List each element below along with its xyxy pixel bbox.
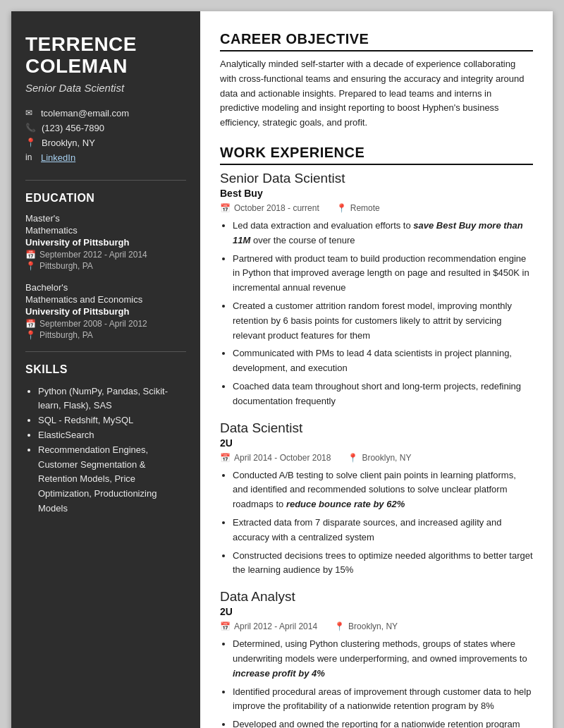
candidate-title: Senior Data Scientist <box>25 82 186 94</box>
job3-meta: 📅 April 2012 - April 2014 📍 Brooklyn, NY <box>220 621 533 631</box>
skill-item: Python (NumPy, Pandas, Scikit-learn, Fla… <box>38 384 186 414</box>
job2-location-item: 📍 Brooklyn, NY <box>348 453 411 463</box>
calendar-icon-5: 📅 <box>220 621 231 631</box>
contact-section: ✉ tcoleman@email.com 📞 (123) 456-7890 📍 … <box>25 108 186 163</box>
calendar-icon-3: 📅 <box>220 203 231 213</box>
job3-bullets: Determined, using Python clustering meth… <box>220 637 533 728</box>
masters-location-text: Pittsburgh, PA <box>39 261 93 271</box>
email-item: ✉ tcoleman@email.com <box>25 108 186 119</box>
bullet-item: Led data extraction and evaluation effor… <box>233 219 533 248</box>
job1-location: Remote <box>350 203 380 213</box>
bullet-item: Communicated with PMs to lead 4 data sci… <box>233 346 533 376</box>
pin-icon-3: 📍 <box>336 203 347 213</box>
job3-title: Data Analyst <box>220 589 533 605</box>
job1-date: October 2018 - current <box>234 203 319 213</box>
skill-item: SQL - Redshift, MySQL <box>38 413 186 428</box>
job1-title: Senior Data Scientist <box>220 171 533 186</box>
job2-date: April 2014 - October 2018 <box>234 453 331 463</box>
career-objective-text: Analytically minded self-starter with a … <box>220 57 533 131</box>
bullet-item: Extracted data from 7 disparate sources,… <box>233 516 533 545</box>
email-value: tcoleman@email.com <box>41 108 129 119</box>
bachelors-date: 📅 September 2008 - April 2012 <box>25 319 186 329</box>
job-data-analyst: Data Analyst 2U 📅 April 2012 - April 201… <box>220 589 533 728</box>
pin-icon-4: 📍 <box>348 453 358 463</box>
career-objective-title: CAREER OBJECTIVE <box>220 31 533 51</box>
calendar-icon-1: 📅 <box>25 250 36 260</box>
job2-meta: 📅 April 2014 - October 2018 📍 Brooklyn, … <box>220 453 533 463</box>
linkedin-item[interactable]: in LinkedIn <box>25 152 186 163</box>
masters-degree: Master's <box>25 213 186 224</box>
masters-date: 📅 September 2012 - April 2014 <box>25 250 186 260</box>
job-senior-data-scientist: Senior Data Scientist Best Buy 📅 October… <box>220 171 533 409</box>
job1-location-item: 📍 Remote <box>336 203 380 213</box>
bachelors-date-text: September 2008 - April 2012 <box>39 319 147 329</box>
bullet-item: Created a customer attrition random fore… <box>233 299 533 343</box>
bachelors-location-text: Pittsburgh, PA <box>39 330 93 340</box>
bachelors-school: University of Pittsburgh <box>25 306 186 317</box>
work-experience-section: WORK EXPERIENCE Senior Data Scientist Be… <box>220 145 533 728</box>
education-title: EDUCATION <box>25 192 186 205</box>
bullet-item: Partnered with product team to build pro… <box>233 252 533 296</box>
skills-list: Python (NumPy, Pandas, Scikit-learn, Fla… <box>25 384 186 516</box>
bullet-item: Coached data team throughout short and l… <box>233 380 533 409</box>
job2-location: Brooklyn, NY <box>362 453 411 463</box>
job1-date-item: 📅 October 2018 - current <box>220 203 319 213</box>
job1-company: Best Buy <box>220 188 533 199</box>
location-icon: 📍 <box>25 138 36 147</box>
bullet-item: Conducted A/B testing to solve client pa… <box>233 468 533 512</box>
phone-value: (123) 456-7890 <box>42 123 104 133</box>
bullet-item: Determined, using Python clustering meth… <box>233 637 533 681</box>
location-item: 📍 Brooklyn, NY <box>25 138 186 148</box>
education-section: EDUCATION Master's Mathematics Universit… <box>25 192 186 340</box>
calendar-icon-2: 📅 <box>25 319 36 329</box>
location-value: Brooklyn, NY <box>42 138 95 148</box>
career-objective-section: CAREER OBJECTIVE Analytically minded sel… <box>220 31 533 131</box>
skills-title: SKILLS <box>25 363 186 376</box>
resume-container: TERRENCECOLEMAN Senior Data Scientist ✉ … <box>11 11 553 728</box>
job1-meta: 📅 October 2018 - current 📍 Remote <box>220 203 533 213</box>
masters-major: Mathematics <box>25 225 186 236</box>
job2-title: Data Scientist <box>220 420 533 436</box>
skill-item: Recommendation Engines, Customer Segment… <box>38 443 186 516</box>
job3-date: April 2012 - April 2014 <box>234 621 317 631</box>
sidebar-divider-2 <box>25 351 186 352</box>
linkedin-icon: in <box>25 152 35 162</box>
skill-item: ElasticSearch <box>38 428 186 443</box>
job1-bullets: Led data extraction and evaluation effor… <box>220 219 533 409</box>
work-experience-title: WORK EXPERIENCE <box>220 145 533 165</box>
job2-company: 2U <box>220 437 533 449</box>
main-content: CAREER OBJECTIVE Analytically minded sel… <box>200 11 553 728</box>
pin-icon-2: 📍 <box>25 330 36 340</box>
job2-bullets: Conducted A/B testing to solve client pa… <box>220 468 533 578</box>
job3-company: 2U <box>220 606 533 617</box>
job3-location: Brooklyn, NY <box>348 621 398 631</box>
bullet-item: Identified procedural areas of improveme… <box>233 685 533 715</box>
masters-school: University of Pittsburgh <box>25 237 186 248</box>
sidebar-divider-1 <box>25 180 186 181</box>
calendar-icon-4: 📅 <box>220 453 231 463</box>
skills-section: SKILLS Python (NumPy, Pandas, Scikit-lea… <box>25 363 186 516</box>
bullet-item: Developed and owned the reporting for a … <box>233 717 533 728</box>
job3-location-item: 📍 Brooklyn, NY <box>334 621 398 631</box>
masters-location: 📍 Pittsburgh, PA <box>25 261 186 271</box>
phone-item: 📞 (123) 456-7890 <box>25 123 186 133</box>
bachelors-major: Mathematics and Economics <box>25 294 186 305</box>
linkedin-link[interactable]: LinkedIn <box>41 152 75 163</box>
bullet-item: Constructed decisions trees to optimize … <box>233 549 533 578</box>
bachelors-location: 📍 Pittsburgh, PA <box>25 330 186 340</box>
masters-date-text: September 2012 - April 2014 <box>39 250 147 260</box>
email-icon: ✉ <box>25 108 35 118</box>
bachelors-degree: Bachelor's <box>25 282 186 293</box>
phone-icon: 📞 <box>25 123 36 133</box>
candidate-name: TERRENCECOLEMAN <box>25 34 186 78</box>
edu-bachelors: Bachelor's Mathematics and Economics Uni… <box>25 282 186 340</box>
job2-date-item: 📅 April 2014 - October 2018 <box>220 453 331 463</box>
edu-masters: Master's Mathematics University of Pitts… <box>25 213 186 271</box>
pin-icon-5: 📍 <box>334 621 345 631</box>
job3-date-item: 📅 April 2012 - April 2014 <box>220 621 317 631</box>
sidebar: TERRENCECOLEMAN Senior Data Scientist ✉ … <box>11 11 200 728</box>
pin-icon-1: 📍 <box>25 261 36 271</box>
job-data-scientist: Data Scientist 2U 📅 April 2014 - October… <box>220 420 533 578</box>
